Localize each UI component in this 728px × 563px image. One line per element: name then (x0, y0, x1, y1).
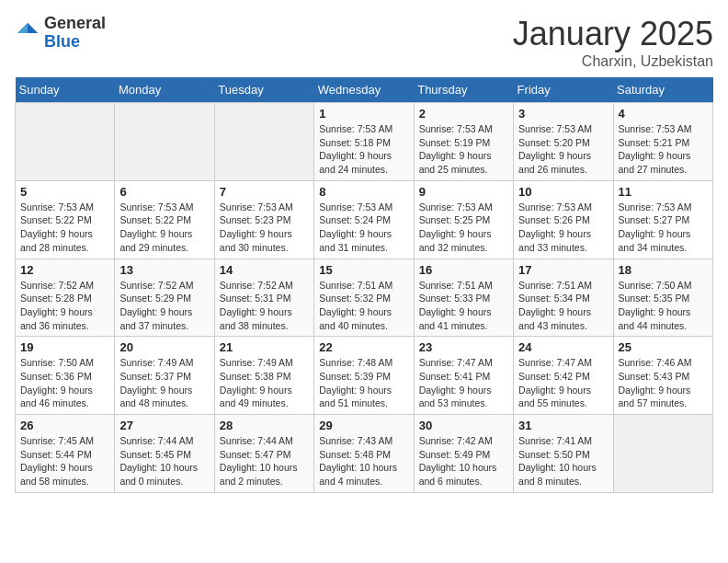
day-cell (16, 103, 115, 181)
day-cell: 9Sunrise: 7:53 AM Sunset: 5:25 PM Daylig… (414, 180, 513, 259)
day-info: Sunrise: 7:47 AM Sunset: 5:42 PM Dayligh… (518, 356, 608, 410)
day-cell (214, 103, 313, 181)
weekday-header-thursday: Thursday (414, 77, 513, 103)
day-info: Sunrise: 7:52 AM Sunset: 5:31 PM Dayligh… (220, 279, 309, 333)
day-cell: 12Sunrise: 7:52 AM Sunset: 5:28 PM Dayli… (16, 259, 115, 337)
weekday-header-row: SundayMondayTuesdayWednesdayThursdayFrid… (16, 77, 713, 103)
day-info: Sunrise: 7:53 AM Sunset: 5:18 PM Dayligh… (319, 122, 408, 177)
day-number: 8 (319, 185, 408, 199)
weekday-header-saturday: Saturday (613, 77, 712, 103)
day-cell: 30Sunrise: 7:42 AM Sunset: 5:49 PM Dayli… (414, 415, 513, 493)
day-cell: 17Sunrise: 7:51 AM Sunset: 5:34 PM Dayli… (514, 259, 613, 337)
day-info: Sunrise: 7:42 AM Sunset: 5:49 PM Dayligh… (419, 434, 508, 488)
weekday-header-friday: Friday (514, 77, 613, 103)
day-cell: 15Sunrise: 7:51 AM Sunset: 5:32 PM Dayli… (314, 259, 414, 337)
day-number: 7 (220, 185, 309, 199)
month-title: January 2025 (513, 15, 713, 53)
logo-icon (15, 20, 40, 46)
location: Charxin, Uzbekistan (513, 53, 713, 70)
day-number: 28 (220, 419, 309, 432)
day-cell: 20Sunrise: 7:49 AM Sunset: 5:37 PM Dayli… (115, 337, 214, 415)
weekday-header-sunday: Sunday (16, 77, 115, 103)
day-number: 16 (419, 263, 508, 277)
title-block: January 2025 Charxin, Uzbekistan (513, 15, 713, 70)
day-cell: 10Sunrise: 7:53 AM Sunset: 5:26 PM Dayli… (514, 180, 613, 259)
day-info: Sunrise: 7:49 AM Sunset: 5:38 PM Dayligh… (220, 356, 309, 410)
day-info: Sunrise: 7:46 AM Sunset: 5:43 PM Dayligh… (619, 356, 708, 410)
svg-marker-1 (28, 23, 38, 33)
day-info: Sunrise: 7:53 AM Sunset: 5:20 PM Dayligh… (518, 122, 608, 177)
day-cell: 23Sunrise: 7:47 AM Sunset: 5:41 PM Dayli… (414, 337, 513, 415)
day-cell (115, 103, 214, 181)
day-number: 17 (518, 263, 608, 277)
day-info: Sunrise: 7:50 AM Sunset: 5:35 PM Dayligh… (619, 279, 708, 333)
day-cell: 28Sunrise: 7:44 AM Sunset: 5:47 PM Dayli… (214, 415, 313, 493)
day-cell: 18Sunrise: 7:50 AM Sunset: 5:35 PM Dayli… (613, 259, 712, 337)
week-row-2: 5Sunrise: 7:53 AM Sunset: 5:22 PM Daylig… (16, 180, 713, 259)
day-cell: 22Sunrise: 7:48 AM Sunset: 5:39 PM Dayli… (314, 337, 414, 415)
day-number: 13 (119, 263, 209, 277)
day-number: 19 (20, 340, 109, 354)
day-number: 30 (419, 419, 508, 432)
day-info: Sunrise: 7:53 AM Sunset: 5:27 PM Dayligh… (619, 201, 708, 255)
day-info: Sunrise: 7:48 AM Sunset: 5:39 PM Dayligh… (319, 356, 408, 410)
day-cell: 1Sunrise: 7:53 AM Sunset: 5:18 PM Daylig… (314, 103, 414, 181)
day-info: Sunrise: 7:52 AM Sunset: 5:28 PM Dayligh… (20, 279, 109, 333)
day-info: Sunrise: 7:50 AM Sunset: 5:36 PM Dayligh… (20, 356, 109, 410)
day-info: Sunrise: 7:43 AM Sunset: 5:48 PM Dayligh… (319, 434, 408, 488)
day-cell: 31Sunrise: 7:41 AM Sunset: 5:50 PM Dayli… (514, 415, 613, 493)
day-number: 15 (319, 263, 408, 277)
day-number: 31 (518, 419, 608, 432)
day-cell: 27Sunrise: 7:44 AM Sunset: 5:45 PM Dayli… (115, 415, 214, 493)
day-info: Sunrise: 7:53 AM Sunset: 5:24 PM Dayligh… (319, 201, 408, 255)
day-number: 22 (319, 340, 408, 354)
day-info: Sunrise: 7:53 AM Sunset: 5:22 PM Dayligh… (119, 201, 209, 255)
day-number: 1 (319, 107, 408, 121)
day-cell: 25Sunrise: 7:46 AM Sunset: 5:43 PM Dayli… (613, 337, 712, 415)
week-row-1: 1Sunrise: 7:53 AM Sunset: 5:18 PM Daylig… (16, 103, 713, 181)
day-number: 18 (619, 263, 708, 277)
day-cell: 2Sunrise: 7:53 AM Sunset: 5:19 PM Daylig… (414, 103, 513, 181)
weekday-header-tuesday: Tuesday (214, 77, 313, 103)
day-number: 9 (419, 185, 508, 199)
weekday-header-wednesday: Wednesday (314, 77, 414, 103)
day-number: 4 (619, 107, 708, 121)
day-number: 3 (518, 107, 608, 121)
day-number: 2 (419, 107, 508, 121)
day-info: Sunrise: 7:53 AM Sunset: 5:25 PM Dayligh… (419, 201, 508, 255)
weekday-header-monday: Monday (115, 77, 214, 103)
day-info: Sunrise: 7:53 AM Sunset: 5:23 PM Dayligh… (220, 201, 309, 255)
day-cell: 6Sunrise: 7:53 AM Sunset: 5:22 PM Daylig… (115, 180, 214, 259)
day-number: 21 (220, 340, 309, 354)
day-cell: 7Sunrise: 7:53 AM Sunset: 5:23 PM Daylig… (214, 180, 313, 259)
day-number: 5 (20, 185, 109, 199)
day-cell: 26Sunrise: 7:45 AM Sunset: 5:44 PM Dayli… (16, 415, 115, 493)
calendar-table: SundayMondayTuesdayWednesdayThursdayFrid… (15, 77, 713, 493)
day-cell: 11Sunrise: 7:53 AM Sunset: 5:27 PM Dayli… (613, 180, 712, 259)
week-row-5: 26Sunrise: 7:45 AM Sunset: 5:44 PM Dayli… (16, 415, 713, 493)
day-number: 12 (20, 263, 109, 277)
day-info: Sunrise: 7:51 AM Sunset: 5:33 PM Dayligh… (419, 279, 508, 333)
day-info: Sunrise: 7:52 AM Sunset: 5:29 PM Dayligh… (119, 279, 209, 333)
day-info: Sunrise: 7:51 AM Sunset: 5:34 PM Dayligh… (518, 279, 608, 333)
day-cell: 29Sunrise: 7:43 AM Sunset: 5:48 PM Dayli… (314, 415, 414, 493)
day-cell: 4Sunrise: 7:53 AM Sunset: 5:21 PM Daylig… (613, 103, 712, 181)
day-cell: 21Sunrise: 7:49 AM Sunset: 5:38 PM Dayli… (214, 337, 313, 415)
day-info: Sunrise: 7:49 AM Sunset: 5:37 PM Dayligh… (119, 356, 209, 410)
day-info: Sunrise: 7:53 AM Sunset: 5:26 PM Dayligh… (518, 201, 608, 255)
day-info: Sunrise: 7:53 AM Sunset: 5:21 PM Dayligh… (619, 122, 708, 177)
day-cell: 8Sunrise: 7:53 AM Sunset: 5:24 PM Daylig… (314, 180, 414, 259)
day-number: 14 (220, 263, 309, 277)
day-info: Sunrise: 7:44 AM Sunset: 5:47 PM Dayligh… (220, 434, 309, 488)
day-info: Sunrise: 7:53 AM Sunset: 5:22 PM Dayligh… (20, 201, 109, 255)
logo-text: General Blue (44, 15, 106, 52)
day-cell: 19Sunrise: 7:50 AM Sunset: 5:36 PM Dayli… (16, 337, 115, 415)
day-number: 26 (20, 419, 109, 432)
day-info: Sunrise: 7:41 AM Sunset: 5:50 PM Dayligh… (518, 434, 608, 488)
day-number: 20 (119, 340, 209, 354)
day-number: 11 (619, 185, 708, 199)
day-cell: 14Sunrise: 7:52 AM Sunset: 5:31 PM Dayli… (214, 259, 313, 337)
day-number: 23 (419, 340, 508, 354)
day-cell: 16Sunrise: 7:51 AM Sunset: 5:33 PM Dayli… (414, 259, 513, 337)
day-cell: 5Sunrise: 7:53 AM Sunset: 5:22 PM Daylig… (16, 180, 115, 259)
